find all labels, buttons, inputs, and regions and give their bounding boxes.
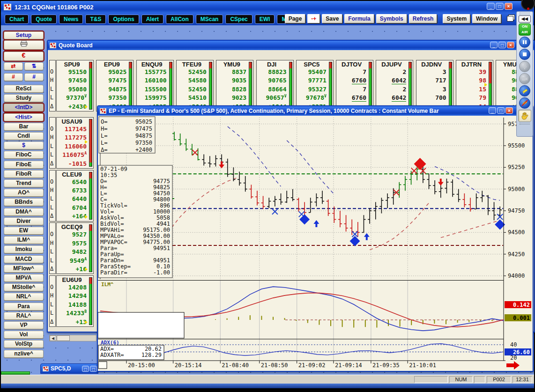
- toolbar-save[interactable]: Save: [322, 14, 342, 23]
- menu-mscan[interactable]: MScan: [196, 15, 223, 24]
- toolbar-symbols[interactable]: Symbols: [376, 14, 407, 23]
- menu-options[interactable]: Options: [108, 15, 139, 24]
- minimize-button[interactable]: _: [487, 3, 495, 10]
- print-button[interactable]: [4, 40, 44, 50]
- sidebar-item-vol[interactable]: Vol: [4, 331, 44, 339]
- menu-alert[interactable]: Alert: [141, 15, 163, 24]
- quote-column-enqu9[interactable]: ENQU9155775160100155500159975+4325: [136, 60, 174, 111]
- sidebar-item-cndl[interactable]: Cndl: [4, 132, 44, 140]
- restore-button[interactable]: □: [496, 3, 504, 10]
- sidebar-item-volstp[interactable]: VolStp: [4, 340, 44, 348]
- euro-button[interactable]: €: [4, 52, 44, 61]
- quote-close-button[interactable]: ×: [507, 42, 514, 48]
- sidebar-item-ao[interactable]: AO^: [4, 189, 44, 197]
- sidebar-item-dma[interactable]: DMA^: [4, 208, 44, 216]
- scrollbar-thumb[interactable]: [57, 335, 70, 341]
- sidebar-item-macd[interactable]: MACD: [4, 255, 44, 263]
- maximize-window-button[interactable]: □: [90, 366, 97, 372]
- sidebar-item-intd[interactable]: <IntD>: [4, 104, 44, 111]
- sidebar-item-ilm[interactable]: ILM^: [4, 236, 44, 244]
- sidebar-item-ral[interactable]: RAL^: [4, 312, 44, 320]
- chart-maximize-button[interactable]: □: [497, 107, 505, 114]
- menu-ts[interactable]: T&S: [85, 15, 106, 24]
- quote-column-ymu9[interactable]: YMU98837903588289023+190: [216, 60, 253, 111]
- toolbar-window[interactable]: Window: [472, 14, 501, 23]
- sidebar-item-bbnds[interactable]: BBnds: [4, 198, 44, 206]
- sidebar-item-fibor[interactable]: FiboR: [4, 170, 44, 178]
- sidebar-item-trend[interactable]: Trend: [4, 179, 44, 187]
- minimized-window-spc5[interactable]: SPC5,D □ □: [40, 363, 98, 374]
- sidebar-item-fiboe[interactable]: FiboE: [4, 161, 44, 169]
- quote-column-djupv[interactable]: DJUPV2604226042: [376, 60, 413, 111]
- pause-button[interactable]: [519, 37, 530, 48]
- restore-window-button[interactable]: □: [82, 366, 89, 372]
- sidebar-item-nrl[interactable]: NRL^: [4, 293, 44, 301]
- sidebar-item-fiboc[interactable]: FiboC: [4, 151, 44, 159]
- sidebar-item-mpva[interactable]: MPVA: [4, 274, 44, 282]
- chart-close-button[interactable]: ×: [505, 107, 513, 114]
- sidebar-item-imoku[interactable]: Imoku: [4, 245, 44, 253]
- close-button[interactable]: ×: [505, 3, 513, 10]
- sidebar-icon-button-1[interactable]: ⇅: [24, 62, 44, 70]
- quote-column-djdnv[interactable]: DJDNV37173700: [416, 60, 453, 111]
- toolbar-item[interactable]: -+: [307, 14, 320, 23]
- toolbar-refresh[interactable]: Refresh: [409, 14, 438, 23]
- chart-minimize-button[interactable]: _: [489, 107, 496, 114]
- quote-scrollbar[interactable]: ◀: [49, 335, 97, 341]
- stop-button[interactable]: [519, 49, 530, 60]
- quote-value: 7: [337, 68, 366, 75]
- quote-column-spu9[interactable]: SPU995150974509508097370V+2430: [56, 60, 94, 111]
- sidebar-item-bar[interactable]: Bar: [4, 123, 44, 131]
- highlighter-button[interactable]: [519, 85, 530, 96]
- toolbar-formula[interactable]: Formula: [344, 14, 374, 23]
- cascade-windows-icon[interactable]: [507, 16, 513, 22]
- quote-minimize-button[interactable]: _: [490, 42, 498, 48]
- main-titlebar[interactable]: 12:31 CQGNet 101806 P002 _ □ ×: [1, 1, 534, 13]
- chart-titlebar[interactable]: EP - E-mini Standard & Poor's 500 (S&P 5…: [98, 106, 533, 116]
- menu-ewi[interactable]: EWI: [255, 15, 275, 24]
- sidebar-icon-button-3[interactable]: #: [24, 73, 44, 81]
- quote-column-djtov[interactable]: DJTOV7676076760: [336, 60, 373, 111]
- sidebar-icon-button-0[interactable]: ⇄: [4, 62, 23, 70]
- scroll-left-arrow-icon[interactable]: ◀: [50, 335, 56, 341]
- sidebar-item-rescl[interactable]: ReScl: [4, 85, 44, 93]
- sidebar-item-study[interactable]: Study: [4, 94, 44, 102]
- sidebar-item-mstolle[interactable]: MStolle^: [4, 283, 44, 291]
- svg-text:95500: 95500: [508, 142, 525, 149]
- sidebar-icon-button-2[interactable]: #: [4, 73, 23, 81]
- menu-cspec[interactable]: CSpec: [225, 15, 252, 24]
- quote-column-tfeu9[interactable]: TFEU952450545805245054510+2040: [176, 60, 214, 111]
- quote-board-titlebar[interactable]: Quote Board _ □ ×: [48, 41, 534, 50]
- sidebar-item-para[interactable]: Para: [4, 303, 44, 311]
- quote-column-spc5[interactable]: SPC595407977719532797678V+2271: [296, 60, 334, 111]
- quote-column-gceq9[interactable]: GCEQ99527957594829549A+16: [56, 222, 94, 274]
- sidebar-item-vp[interactable]: VP: [4, 321, 44, 329]
- toolbar-system[interactable]: System: [443, 14, 470, 23]
- sidebar-item-mflow[interactable]: MFlow^: [4, 265, 44, 273]
- sidebar-item-hist[interactable]: <Hist>: [4, 113, 44, 121]
- sidebar-item-diver[interactable]: Diver: [4, 217, 44, 225]
- menu-quote[interactable]: Quote: [31, 15, 57, 24]
- sidebar-item-ew[interactable]: EW: [4, 227, 44, 235]
- sidebar-item-setup[interactable]: Setup: [4, 31, 44, 39]
- quote-column-dji[interactable]: DJI88823907658866490657V+1844: [256, 60, 294, 111]
- quote-column-djtrn[interactable]: DJTRN39981579-14: [456, 60, 493, 111]
- quote-maximize-button[interactable]: □: [498, 42, 506, 48]
- menu-news[interactable]: News: [59, 15, 83, 24]
- menu-chart[interactable]: Chart: [5, 15, 29, 24]
- menu-allcon[interactable]: AllCon: [166, 15, 193, 24]
- quote-column-epu9[interactable]: EPU995025974759487597350+2400: [96, 60, 134, 111]
- palette-grip[interactable]: [520, 123, 530, 125]
- price-chart[interactable]: 9575095500952509500094750945009425094000…: [98, 116, 532, 371]
- toolbar-page[interactable]: Page: [285, 14, 306, 23]
- quote-column-eu6u9[interactable]: EU6U914208142941418814233B+13: [56, 275, 94, 327]
- sidebar-item-nzlive[interactable]: nzlive^: [4, 350, 44, 358]
- clear-drawings-button[interactable]: [519, 97, 530, 109]
- sidebar-item-item[interactable]: $: [4, 141, 44, 149]
- quote-value: -1015: [58, 160, 87, 167]
- rewind-button[interactable]: ◀◀: [519, 15, 531, 22]
- palette-grip[interactable]: [520, 13, 530, 15]
- quote-column-cleu9[interactable]: CLEU96540673364406704+164: [56, 170, 94, 222]
- quote-column-usau9[interactable]: USAU9117145117275116060116075A-1015: [56, 117, 94, 169]
- hand-tool-button[interactable]: [518, 110, 531, 122]
